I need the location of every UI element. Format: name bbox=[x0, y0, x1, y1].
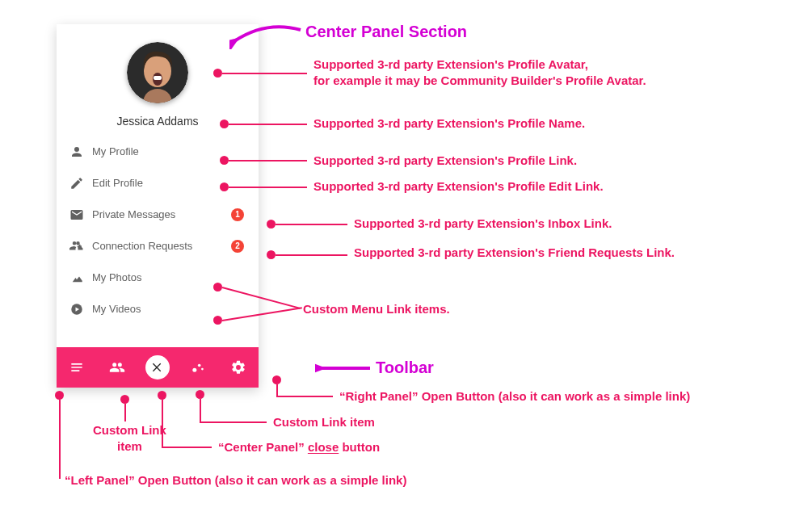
callout-dot bbox=[55, 391, 64, 400]
person-icon bbox=[69, 145, 92, 159]
callout-custom-item-1: Custom Link item bbox=[93, 422, 166, 455]
callout-dot bbox=[220, 156, 229, 165]
avatar-image bbox=[127, 42, 188, 103]
heading-center-panel: Center Panel Section bbox=[305, 23, 467, 41]
callout-right-panel: “Right Panel” Open Button (also it can w… bbox=[339, 388, 690, 405]
menu-list: My Profile Edit Profile Private Messages… bbox=[57, 136, 259, 347]
callout-line bbox=[276, 224, 347, 225]
avatar[interactable] bbox=[127, 42, 188, 103]
svg-point-8 bbox=[201, 368, 204, 371]
play-icon bbox=[69, 302, 92, 317]
callout-dot bbox=[213, 283, 222, 291]
callout-line bbox=[222, 73, 307, 74]
menu-item-label: My Videos bbox=[92, 303, 244, 315]
callout-dot bbox=[220, 120, 229, 128]
menu-item-edit-profile[interactable]: Edit Profile bbox=[57, 167, 259, 199]
heading-toolbar: Toolbar bbox=[376, 359, 434, 377]
callout-custom-menu: Custom Menu Link items. bbox=[303, 301, 450, 317]
callout-line bbox=[200, 421, 267, 423]
callout-center-close-c: button bbox=[339, 440, 380, 454]
callout-left-panel: “Left Panel” Open Button (also it can wo… bbox=[65, 472, 406, 489]
callout-center-close-a: “Center Panel” bbox=[218, 440, 308, 454]
callout-avatar: Supported 3-rd party Extension's Profile… bbox=[313, 57, 646, 90]
menu-item-private-messages[interactable]: Private Messages 1 bbox=[57, 199, 259, 230]
callout-custom-item-2: Custom Link item bbox=[273, 414, 375, 430]
toolbar-custom-link-1[interactable] bbox=[105, 355, 129, 380]
callout-line bbox=[276, 396, 333, 397]
callout-name: Supported 3-rd party Extension's Profile… bbox=[313, 115, 585, 132]
callout-dot bbox=[120, 395, 129, 404]
pencil-icon bbox=[69, 176, 92, 191]
callout-dot bbox=[220, 182, 229, 191]
center-panel-close-button[interactable] bbox=[145, 355, 170, 380]
callout-edit-profile: Supported 3-rd party Extension's Profile… bbox=[313, 178, 604, 195]
badge: 2 bbox=[231, 240, 244, 253]
menu-item-label: Private Messages bbox=[92, 208, 231, 220]
toolbar-custom-link-2[interactable] bbox=[186, 355, 210, 380]
callout-center-close-b: close bbox=[308, 440, 339, 454]
callout-dot bbox=[213, 69, 222, 78]
callout-line bbox=[229, 160, 307, 161]
callout-line bbox=[59, 400, 61, 479]
svg-point-6 bbox=[192, 368, 196, 372]
callout-line bbox=[229, 187, 307, 188]
arrow-center-panel-icon bbox=[229, 22, 302, 49]
center-panel: Jessica Addams My Profile Edit Profile P… bbox=[57, 24, 259, 388]
callout-line bbox=[200, 399, 201, 423]
callout-dot bbox=[267, 220, 276, 229]
callout-dot bbox=[158, 391, 166, 400]
callout-dot bbox=[267, 250, 276, 259]
svg-rect-4 bbox=[154, 76, 162, 80]
callout-inbox: Supported 3-rd party Extension's Inbox L… bbox=[354, 216, 612, 232]
menu-item-label: My Photos bbox=[92, 271, 244, 283]
callout-my-profile: Supported 3-rd party Extension's Profile… bbox=[313, 153, 577, 169]
arrow-toolbar-icon bbox=[315, 359, 372, 378]
menu-item-label: Connection Requests bbox=[92, 240, 231, 252]
menu-item-my-profile[interactable]: My Profile bbox=[57, 136, 259, 167]
profile-name: Jessica Addams bbox=[57, 103, 259, 136]
mail-icon bbox=[69, 208, 92, 222]
callout-line bbox=[124, 404, 126, 421]
svg-point-7 bbox=[198, 364, 201, 367]
left-panel-open-button[interactable] bbox=[65, 355, 89, 380]
callout-dot bbox=[272, 375, 281, 384]
toolbar bbox=[57, 347, 259, 388]
callout-line bbox=[229, 124, 307, 125]
callout-dot bbox=[196, 390, 204, 399]
group-add-icon bbox=[69, 239, 92, 254]
callout-friends: Supported 3-rd party Extension's Friend … bbox=[354, 245, 675, 261]
callout-line bbox=[276, 254, 347, 256]
right-panel-open-button[interactable] bbox=[226, 355, 250, 380]
avatar-wrap bbox=[57, 24, 259, 103]
callout-dot bbox=[213, 316, 222, 325]
menu-item-connection-requests[interactable]: Connection Requests 2 bbox=[57, 230, 259, 262]
callout-center-close: “Center Panel” close button bbox=[218, 439, 380, 455]
image-icon bbox=[69, 270, 92, 285]
callout-line bbox=[162, 447, 212, 448]
badge: 1 bbox=[231, 208, 244, 221]
